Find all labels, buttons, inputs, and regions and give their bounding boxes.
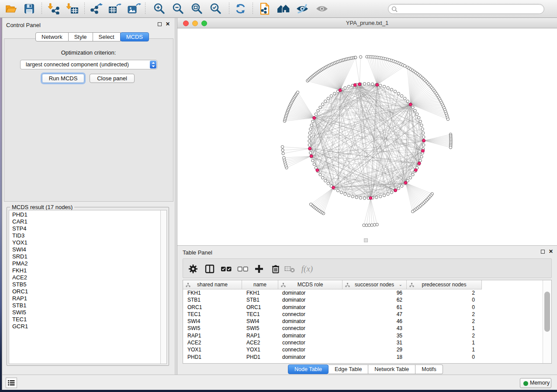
delete-table-icon[interactable] — [283, 263, 296, 275]
import-network-button[interactable] — [47, 2, 62, 15]
table-row[interactable]: YOX1YOX1connector291 — [183, 346, 543, 353]
zoom-out-button[interactable] — [171, 2, 186, 15]
table-cell[interactable]: FKH1 — [242, 289, 278, 296]
table-cell[interactable]: 47 — [343, 311, 407, 318]
memory-button[interactable]: Memory — [520, 378, 551, 388]
table-row[interactable]: TEC1TEC1connector472 — [183, 311, 543, 318]
function-builder-icon[interactable]: f(x) — [298, 263, 316, 275]
column-header-MCDS-role[interactable]: MCDS role — [278, 280, 343, 289]
table-row[interactable]: FKH1FKH1dominator962 — [183, 289, 543, 296]
table-scrollbar-thumb[interactable] — [544, 292, 550, 332]
network-view-panel[interactable]: YPA_prune.txt_1 .chord { stroke:#888888;… — [177, 18, 557, 245]
select-all-columns-icon[interactable] — [220, 263, 233, 275]
column-header-shared-name[interactable]: shared name — [183, 280, 242, 289]
tab-network[interactable]: Network — [35, 32, 69, 41]
mcds-result-item[interactable]: CAR1 — [9, 218, 161, 225]
tab-select[interactable]: Select — [93, 32, 121, 41]
table-row[interactable]: ACE2ACE2connector311 — [183, 339, 543, 346]
table-cell[interactable]: FKH1 — [183, 289, 242, 296]
table-cell[interactable]: 2 — [407, 311, 482, 318]
table-cell[interactable]: 2 — [407, 289, 482, 296]
float-panel-icon[interactable] — [158, 22, 162, 26]
zoom-fit-button[interactable] — [190, 2, 204, 15]
table-cell[interactable]: STB1 — [242, 296, 278, 303]
table-cell[interactable]: 2 — [407, 318, 482, 325]
table-cell[interactable]: SWI4 — [183, 318, 242, 325]
close-panel-icon[interactable]: ✕ — [166, 21, 170, 27]
table-cell[interactable]: 62 — [343, 296, 407, 303]
table-cell[interactable]: 1 — [407, 339, 482, 346]
export-table-button[interactable] — [107, 2, 122, 15]
mcds-result-item[interactable]: STB5 — [9, 281, 161, 288]
table-cell[interactable]: dominator — [278, 296, 343, 303]
table-row[interactable]: RAP1RAP1dominator352 — [183, 332, 543, 339]
table-cell[interactable]: connector — [278, 311, 343, 318]
table-row[interactable]: STB1STB1dominator620 — [183, 296, 543, 303]
mcds-result-item[interactable]: YOX1 — [9, 239, 161, 246]
bottom-tab-motifs[interactable]: Motifs — [415, 364, 443, 374]
table-row[interactable]: SWI5SWI5connector431 — [183, 325, 543, 332]
tab-style[interactable]: Style — [69, 32, 93, 41]
tab-mcds[interactable]: MCDS — [120, 32, 149, 41]
table-cell[interactable]: 29 — [343, 346, 407, 353]
mcds-result-item[interactable]: GCR1 — [9, 323, 161, 330]
table-cell[interactable]: SWI5 — [242, 325, 278, 332]
delete-column-icon[interactable] — [269, 263, 282, 275]
table-row[interactable]: PHD1PHD1dominator180 — [183, 354, 543, 361]
float-table-panel-icon[interactable] — [541, 250, 545, 254]
table-cell[interactable]: YOX1 — [242, 346, 278, 353]
table-row[interactable]: ORC1ORC1dominator610 — [183, 304, 543, 311]
mcds-result-item[interactable]: FKH1 — [9, 267, 161, 274]
table-cell[interactable]: 2 — [407, 332, 482, 339]
table-cell[interactable]: SWI5 — [183, 325, 242, 332]
table-cell[interactable]: 31 — [343, 339, 407, 346]
table-cell[interactable]: 1 — [407, 346, 482, 353]
mcds-result-item[interactable]: SRD1 — [9, 253, 161, 260]
table-cell[interactable]: RAP1 — [242, 332, 278, 339]
table-cell[interactable]: YOX1 — [183, 346, 242, 353]
mcds-result-item[interactable]: ORC1 — [9, 288, 161, 295]
share-document-button[interactable] — [257, 2, 272, 15]
show-column-panel-icon[interactable] — [203, 263, 216, 275]
table-row[interactable]: SWI4SWI4dominator462 — [183, 318, 543, 325]
mcds-result-item[interactable]: STP4 — [9, 225, 161, 232]
table-cell[interactable]: 18 — [343, 354, 407, 361]
first-neighbors-button[interactable] — [276, 2, 291, 15]
table-cell[interactable]: TEC1 — [183, 311, 242, 318]
mcds-result-item[interactable]: TID3 — [9, 232, 161, 239]
mcds-result-item[interactable]: ACE2 — [9, 274, 161, 281]
table-cell[interactable]: PHD1 — [183, 354, 242, 361]
network-graph-canvas[interactable]: .chord { stroke:#888888; stroke-opacity:… — [177, 28, 557, 245]
table-cell[interactable]: 0 — [407, 296, 482, 303]
table-cell[interactable]: 43 — [343, 325, 407, 332]
close-table-panel-icon[interactable]: ✕ — [549, 248, 553, 254]
open-file-button[interactable] — [3, 2, 18, 15]
table-cell[interactable]: 0 — [407, 304, 482, 311]
table-cell[interactable]: 46 — [343, 318, 407, 325]
table-scrollbar[interactable] — [543, 280, 551, 363]
mcds-result-item[interactable]: SWI5 — [9, 309, 161, 316]
column-header-name[interactable]: name — [242, 280, 278, 289]
export-network-button[interactable] — [89, 2, 104, 15]
table-cell[interactable]: dominator — [278, 354, 343, 361]
table-cell[interactable]: ACE2 — [183, 339, 242, 346]
mcds-result-scrollbar[interactable] — [160, 210, 167, 364]
table-cell[interactable]: dominator — [278, 318, 343, 325]
table-cell[interactable]: dominator — [278, 332, 343, 339]
unselect-all-columns-icon[interactable] — [236, 263, 249, 275]
table-cell[interactable]: dominator — [278, 289, 343, 296]
mcds-result-item[interactable]: PHD1 — [9, 211, 161, 218]
mcds-result-item[interactable]: STB1 — [9, 302, 161, 309]
table-cell[interactable]: 96 — [343, 289, 407, 296]
optimization-criterion-select[interactable]: largest connected component (undirected) — [20, 60, 157, 69]
table-cell[interactable]: connector — [278, 325, 343, 332]
table-cell[interactable]: 61 — [343, 304, 407, 311]
table-cell[interactable]: 0 — [407, 354, 482, 361]
table-cell[interactable]: RAP1 — [183, 332, 242, 339]
zoom-in-button[interactable] — [152, 2, 167, 15]
mcds-result-item[interactable]: RAP1 — [9, 295, 161, 302]
table-cell[interactable]: connector — [278, 339, 343, 346]
table-cell[interactable]: 1 — [407, 325, 482, 332]
table-settings-icon[interactable] — [187, 263, 200, 275]
table-cell[interactable]: ORC1 — [242, 304, 278, 311]
